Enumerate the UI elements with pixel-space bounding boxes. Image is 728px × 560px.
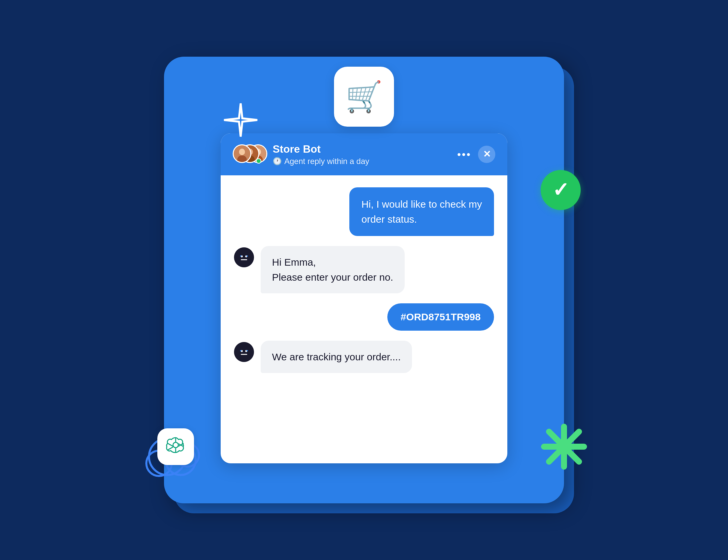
main-card: 🛒 — [164, 57, 564, 503]
bot-avatar-1 — [234, 247, 254, 267]
svg-point-15 — [238, 346, 250, 358]
online-indicator — [256, 158, 261, 164]
cart-icon-container: 🛒 — [334, 67, 394, 127]
bot-status: 🕐 Agent reply within a day — [273, 157, 450, 166]
close-button[interactable]: ✕ — [478, 146, 495, 163]
sparkle-star-decoration — [221, 100, 261, 140]
cart-icon: 🛒 — [345, 79, 383, 114]
svg-rect-12 — [241, 259, 247, 260]
svg-line-33 — [168, 443, 173, 446]
svg-rect-14 — [247, 256, 248, 257]
avatar-group — [233, 144, 266, 164]
green-asterisk-decoration — [541, 423, 587, 470]
svg-point-30 — [173, 442, 178, 448]
svg-point-9 — [238, 252, 250, 263]
header-actions: ••• ✕ — [457, 146, 495, 163]
check-circle: ✓ — [541, 170, 581, 210]
svg-point-1 — [239, 149, 245, 155]
svg-rect-19 — [240, 350, 242, 352]
avatar-1 — [233, 144, 251, 163]
svg-line-35 — [168, 447, 173, 450]
more-options-button[interactable]: ••• — [457, 148, 471, 161]
bot-bubble-2: We are tracking your order.... — [261, 341, 412, 373]
bot-message-2: We are tracking your order.... — [234, 341, 494, 373]
user-message-1: Hi, I would like to check myorder status… — [234, 187, 494, 236]
status-text: Agent reply within a day — [284, 157, 369, 166]
bot-avatar-2 — [234, 342, 254, 362]
user-bubble-1: Hi, I would like to check myorder status… — [349, 187, 494, 236]
bot-message-1: Hi Emma,Please enter your order no. — [234, 246, 494, 293]
openai-badge — [157, 428, 194, 465]
close-icon: ✕ — [483, 150, 491, 159]
chat-header: Store Bot 🕐 Agent reply within a day •••… — [221, 133, 507, 175]
scene: 🛒 — [131, 30, 597, 530]
bot-bubble-1: Hi Emma,Please enter your order no. — [261, 246, 405, 293]
chat-messages: Hi, I would like to check myorder status… — [221, 175, 507, 385]
order-number-bubble: #ORD8751TR998 — [387, 303, 494, 331]
svg-rect-20 — [247, 350, 248, 352]
header-info: Store Bot 🕐 Agent reply within a day — [273, 143, 450, 166]
checkmark-icon: ✓ — [552, 180, 569, 200]
user-message-2: #ORD8751TR998 — [234, 303, 494, 331]
svg-rect-13 — [240, 256, 242, 257]
chat-window: Store Bot 🕐 Agent reply within a day •••… — [221, 133, 507, 463]
bot-name: Store Bot — [273, 143, 450, 155]
clock-icon: 🕐 — [273, 157, 282, 166]
svg-rect-18 — [241, 354, 247, 355]
